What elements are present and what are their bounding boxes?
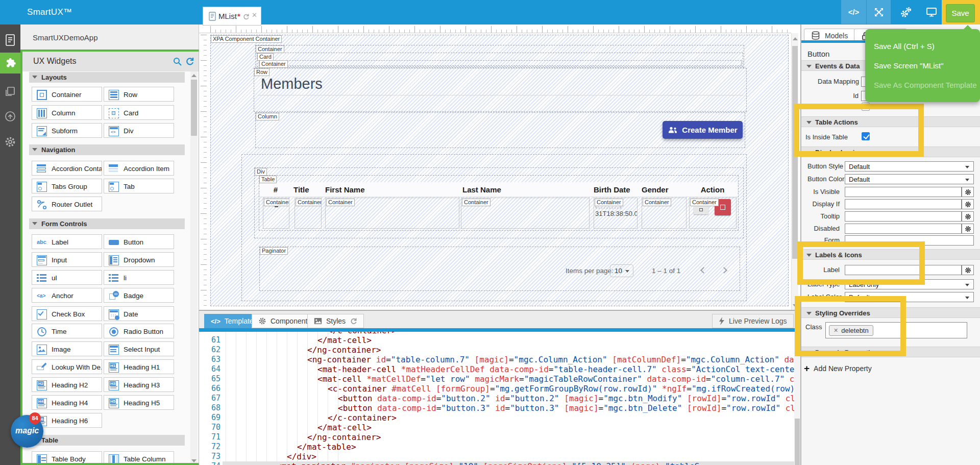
widget-ul[interactable]: ul [32, 270, 102, 285]
widget-select[interactable]: Select Input [104, 341, 174, 356]
rail-widgets-button[interactable] [0, 53, 22, 74]
expand-button[interactable] [867, 0, 891, 24]
tab-styles[interactable]: Styles [307, 314, 364, 328]
share-icon [4, 110, 16, 123]
widget-lookup[interactable]: Lookup With De... [32, 359, 102, 374]
table-cell-5[interactable]: Container [642, 198, 687, 229]
widget-label: Time [52, 328, 67, 335]
gear-button-tooltip[interactable] [962, 211, 974, 222]
input-disabled[interactable] [845, 224, 962, 234]
tab-live-preview-logs[interactable]: Live Preview Logs [712, 314, 794, 328]
widget-radio[interactable]: Radio Button [104, 324, 174, 338]
section-label: Table [41, 436, 58, 444]
h1-icon: H1 [109, 362, 119, 373]
widget-tab[interactable]: Tab [104, 179, 174, 193]
tab-title: MList [218, 12, 237, 20]
gear-button-display-if[interactable] [962, 199, 974, 209]
widget-anchor[interactable]: <a>Anchor [32, 288, 102, 303]
tab-component[interactable]: Component [252, 314, 314, 328]
widget-dropdown[interactable]: Dropdown [104, 252, 174, 267]
monitor-icon [925, 6, 938, 18]
code-editor[interactable]: </c-container>61</mat-cell>62</ng-contai… [199, 332, 794, 465]
inner-container-box[interactable] [259, 60, 742, 66]
rail-settings-button[interactable] [4, 136, 16, 148]
section-header-form-controls[interactable]: Form Controls [29, 218, 185, 229]
widget-table-column[interactable]: Table Column [104, 451, 174, 465]
widget-h3[interactable]: H3Heading H3 [104, 377, 174, 392]
widget-column[interactable]: Column [32, 105, 102, 120]
table-cell-3[interactable]: Container [461, 198, 590, 229]
widget-h5[interactable]: H5Heading H5 [104, 395, 174, 410]
table-cell-1[interactable]: Container [295, 198, 322, 229]
widget-refresh-button[interactable] [185, 57, 194, 68]
widget-router-outlet[interactable]: Router Outlet [32, 197, 102, 211]
widget-table-body[interactable]: Table Body [32, 451, 102, 465]
code-line-62: </ng-container> [307, 345, 381, 355]
input-tooltip[interactable] [845, 211, 962, 222]
widget-checkbox[interactable]: Check Box [32, 306, 102, 321]
widget-badge[interactable]: 00Badge [104, 288, 174, 303]
members-heading: Members [261, 76, 323, 92]
widget-accordion-item[interactable]: Accordion Item [104, 161, 174, 176]
create-member-button[interactable]: Create Member [663, 121, 743, 139]
widget-label[interactable]: abcLabel [32, 234, 102, 249]
app-name-header[interactable]: SmartUXDemoApp [20, 25, 199, 50]
widget-card[interactable]: Card [104, 105, 174, 120]
people-icon [668, 127, 678, 134]
widget-tabs-group[interactable]: Tabs Group [32, 179, 102, 193]
section-header-layouts[interactable]: Layouts [29, 72, 185, 83]
rail-share-button[interactable] [4, 110, 16, 123]
widget-container[interactable]: Container [32, 87, 102, 102]
rail-projects-button[interactable] [4, 34, 16, 46]
select-button-color[interactable]: Default [845, 174, 974, 184]
widget-image[interactable]: Image [32, 341, 102, 356]
save-menu-item-0[interactable]: Save All (Ctrl + S) [874, 42, 935, 51]
widget-input[interactable]: Input [32, 252, 102, 267]
select-button-style[interactable]: Default [845, 161, 974, 172]
widget-li[interactable]: li [104, 270, 174, 285]
preview-button[interactable] [919, 0, 944, 24]
widget-h2[interactable]: H2Heading H2 [32, 377, 102, 392]
table-cell-0[interactable]: Container [263, 198, 289, 229]
rail-components-button[interactable] [4, 86, 16, 98]
table-cell-6[interactable]: Container [689, 198, 737, 229]
gear-button-label[interactable] [962, 265, 974, 275]
column-icon [37, 108, 47, 118]
save-button[interactable]: Save [946, 4, 975, 22]
widget-subform[interactable]: Subform [32, 123, 102, 138]
widget-label: Heading H5 [124, 399, 160, 407]
add-new-property-button[interactable]: + Add New Property [804, 363, 872, 374]
tabs-group-icon [37, 182, 47, 192]
widget-row[interactable]: Row [104, 87, 174, 102]
tab-refresh-icon[interactable] [242, 13, 250, 20]
line-number: 63 [199, 355, 220, 364]
tab-close-icon[interactable]: ✕ [252, 11, 257, 19]
line-number: 64 [199, 364, 220, 374]
screen-tab-mlist[interactable]: MList * ✕ [203, 7, 261, 26]
widget-div[interactable]: <>Div [104, 123, 174, 138]
code-view-button[interactable]: </> [841, 0, 866, 24]
widget-accordion-container[interactable]: Accordion Conta... [32, 161, 102, 176]
services-button[interactable] [893, 0, 919, 24]
page-size-select[interactable]: 10 [610, 264, 633, 277]
input-display-if[interactable] [845, 199, 962, 209]
widget-date[interactable]: Date [104, 306, 174, 321]
widget-search-button[interactable] [173, 57, 182, 68]
widget-button[interactable]: Button [104, 234, 174, 249]
widget-scrollbar[interactable] [190, 71, 198, 465]
cell-container-label: Container [296, 199, 322, 206]
table-cell-2[interactable]: Container [325, 198, 459, 229]
section-header-table[interactable]: Table [29, 435, 185, 446]
section-header-navigation[interactable]: Navigation [29, 144, 185, 155]
input-is-visible[interactable] [845, 187, 962, 197]
widget-h1[interactable]: H1Heading H1 [104, 359, 174, 374]
gear-button-disabled[interactable] [962, 224, 974, 234]
gear-button-is-visible[interactable] [962, 187, 974, 197]
refresh-icon [350, 317, 357, 325]
table-cell-4[interactable]: Container31T18:38:50.0 [594, 198, 638, 229]
save-menu-item-1[interactable]: Save Screen "MList" [874, 61, 944, 70]
widget-time[interactable]: Time [32, 324, 102, 338]
widget-h4[interactable]: H4Heading H4 [32, 395, 102, 410]
row-box[interactable] [254, 68, 747, 112]
database-icon [812, 31, 820, 40]
